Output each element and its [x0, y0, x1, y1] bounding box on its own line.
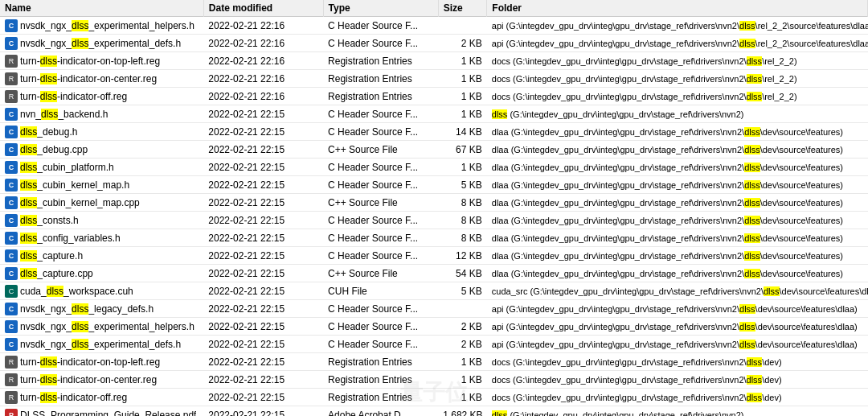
file-name-cell: Cnvsdk_ngx_dlss_experimental_defs.h: [0, 35, 203, 52]
file-size-cell: 12 KB: [438, 247, 487, 265]
table-row[interactable]: Cdlss_debug.h2022-02-21 22:15C Header So…: [0, 123, 868, 141]
file-type-cell: Adobe Acrobat D...: [323, 406, 438, 417]
file-size-cell: 1 KB: [438, 353, 487, 371]
table-row[interactable]: Ccuda_dlss_workspace.cuh2022-02-21 22:15…: [0, 282, 868, 300]
file-type-cell: Registration Entries: [323, 88, 438, 105]
file-name-cell: Cdlss_debug.cpp: [0, 141, 203, 159]
file-name-text: nvsdk_ngx_dlss_experimental_helpers.h: [20, 20, 194, 31]
table-row[interactable]: Cdlss_cubin_kernel_map.cpp2022-02-21 22:…: [0, 194, 868, 212]
col-header-folder[interactable]: Folder: [487, 0, 868, 17]
table-header: Name Date modified Type Size Folder: [0, 0, 868, 17]
table-row[interactable]: Rturn-dlss-indicator-on-top-left.reg2022…: [0, 353, 868, 371]
file-name-text: DLSS_Programming_Guide_Release.pdf: [20, 410, 196, 417]
table-row[interactable]: Cnvsdk_ngx_dlss_experimental_helpers.h20…: [0, 318, 868, 336]
file-name-cell: Cdlss_cubin_platform.h: [0, 159, 203, 176]
table-row[interactable]: Cdlss_cubin_kernel_map.h2022-02-21 22:15…: [0, 176, 868, 194]
file-table: Name Date modified Type Size Folder Cnvs…: [0, 0, 868, 416]
file-folder-cell: dlaa (G:\integdev_gpu_drv\integ\gpu_drv\…: [487, 194, 868, 212]
table-row[interactable]: Rturn-dlss-indicator-on-top-left.reg2022…: [0, 52, 868, 70]
c-file-icon: C: [5, 161, 18, 174]
file-type-cell: C++ Source File: [323, 141, 438, 159]
table-row[interactable]: Rturn-dlss-indicator-on-center.reg2022-0…: [0, 70, 868, 88]
file-size-cell: 8 KB: [438, 229, 487, 247]
file-name-text: turn-dlss-indicator-on-top-left.reg: [20, 356, 160, 368]
file-size-cell: [438, 17, 487, 35]
reg-file-icon: R: [5, 90, 18, 103]
table-row[interactable]: Cdlss_cubin_platform.h2022-02-21 22:15C …: [0, 159, 868, 176]
file-date-cell: 2022-02-21 22:15: [203, 300, 323, 318]
reg-file-icon: R: [5, 373, 18, 386]
file-type-cell: C Header Source F...: [323, 229, 438, 247]
file-folder-cell: dlaa (G:\integdev_gpu_drv\integ\gpu_drv\…: [487, 229, 868, 247]
file-name-text: dlss_cubin_kernel_map.h: [20, 179, 129, 191]
file-date-cell: 2022-02-21 22:15: [203, 247, 323, 265]
file-date-cell: 2022-02-21 22:16: [203, 88, 323, 105]
file-date-cell: 2022-02-21 22:15: [203, 159, 323, 176]
table-row[interactable]: PDLSS_Programming_Guide_Release.pdf2022-…: [0, 406, 868, 417]
file-date-cell: 2022-02-21 22:15: [203, 353, 323, 371]
table-row[interactable]: Cnvsdk_ngx_dlss_legacy_defs.h2022-02-21 …: [0, 300, 868, 318]
c-file-icon: C: [5, 214, 18, 227]
col-header-name[interactable]: Name: [0, 0, 203, 17]
file-date-cell: 2022-02-21 22:15: [203, 282, 323, 300]
file-size-cell: 67 KB: [438, 141, 487, 159]
file-date-cell: 2022-02-21 22:15: [203, 212, 323, 229]
file-size-cell: 54 KB: [438, 265, 487, 282]
col-header-date[interactable]: Date modified: [203, 0, 323, 17]
col-header-type[interactable]: Type: [323, 0, 438, 17]
file-name-text: turn-dlss-indicator-off.reg: [20, 392, 127, 403]
file-size-cell: 1 KB: [438, 105, 487, 123]
file-size-cell: 5 KB: [438, 282, 487, 300]
table-row[interactable]: Cdlss_capture.h2022-02-21 22:15C Header …: [0, 247, 868, 265]
table-row[interactable]: Rturn-dlss-indicator-off.reg2022-02-21 2…: [0, 389, 868, 406]
col-header-size[interactable]: Size: [438, 0, 487, 17]
file-type-cell: Registration Entries: [323, 389, 438, 406]
table-row[interactable]: Cdlss_capture.cpp2022-02-21 22:15C++ Sou…: [0, 265, 868, 282]
file-type-cell: Registration Entries: [323, 353, 438, 371]
file-folder-cell: api (G:\integdev_gpu_drv\integ\gpu_drv\s…: [487, 336, 868, 353]
reg-file-icon: R: [5, 55, 18, 68]
table-row[interactable]: Cdlss_config_variables.h2022-02-21 22:15…: [0, 229, 868, 247]
file-size-cell: [438, 300, 487, 318]
file-size-cell: 1 KB: [438, 70, 487, 88]
file-type-cell: C++ Source File: [323, 194, 438, 212]
file-name-cell: PDLSS_Programming_Guide_Release.pdf: [0, 406, 203, 417]
file-name-cell: Rturn-dlss-indicator-on-center.reg: [0, 371, 203, 389]
table-row[interactable]: Cnvsdk_ngx_dlss_experimental_defs.h2022-…: [0, 35, 868, 52]
file-name-cell: Cdlss_capture.h: [0, 247, 203, 265]
cpp-file-icon: C: [5, 267, 18, 280]
c-file-icon: C: [5, 249, 18, 262]
reg-file-icon: R: [5, 391, 18, 404]
file-date-cell: 2022-02-21 22:16: [203, 52, 323, 70]
file-date-cell: 2022-02-21 22:15: [203, 371, 323, 389]
table-row[interactable]: Cnvsdk_ngx_dlss_experimental_helpers.h20…: [0, 17, 868, 35]
reg-file-icon: R: [5, 72, 18, 85]
table-row[interactable]: Rturn-dlss-indicator-off.reg2022-02-21 2…: [0, 88, 868, 105]
file-name-text: dlss_consts.h: [20, 215, 79, 226]
file-date-cell: 2022-02-21 22:15: [203, 406, 323, 417]
c-file-icon: C: [5, 179, 18, 192]
file-date-cell: 2022-02-21 22:15: [203, 176, 323, 194]
file-name-cell: Rturn-dlss-indicator-off.reg: [0, 88, 203, 105]
file-date-cell: 2022-02-21 22:15: [203, 318, 323, 336]
table-row[interactable]: Cnvn_dlss_backend.h2022-02-21 22:15C Hea…: [0, 105, 868, 123]
table-row[interactable]: Cnvsdk_ngx_dlss_experimental_defs.h2022-…: [0, 336, 868, 353]
file-type-cell: C Header Source F...: [323, 17, 438, 35]
file-name-text: turn-dlss-indicator-off.reg: [20, 91, 127, 102]
file-folder-cell: dlaa (G:\integdev_gpu_drv\integ\gpu_drv\…: [487, 265, 868, 282]
c-file-icon: C: [5, 108, 18, 121]
file-folder-cell: api (G:\integdev_gpu_drv\integ\gpu_drv\s…: [487, 318, 868, 336]
table-row[interactable]: Cdlss_consts.h2022-02-21 22:15C Header S…: [0, 212, 868, 229]
file-type-cell: C Header Source F...: [323, 247, 438, 265]
cpp-file-icon: C: [5, 143, 18, 156]
table-row[interactable]: Rturn-dlss-indicator-on-center.reg2022-0…: [0, 371, 868, 389]
file-name-cell: Cdlss_debug.h: [0, 123, 203, 141]
file-size-cell: 5 KB: [438, 176, 487, 194]
file-type-cell: C Header Source F...: [323, 105, 438, 123]
cpp-file-icon: C: [5, 196, 18, 209]
file-size-cell: 2 KB: [438, 35, 487, 52]
file-name-cell: Cnvsdk_ngx_dlss_legacy_defs.h: [0, 300, 203, 318]
file-type-cell: C Header Source F...: [323, 123, 438, 141]
file-date-cell: 2022-02-21 22:15: [203, 265, 323, 282]
table-row[interactable]: Cdlss_debug.cpp2022-02-21 22:15C++ Sourc…: [0, 141, 868, 159]
